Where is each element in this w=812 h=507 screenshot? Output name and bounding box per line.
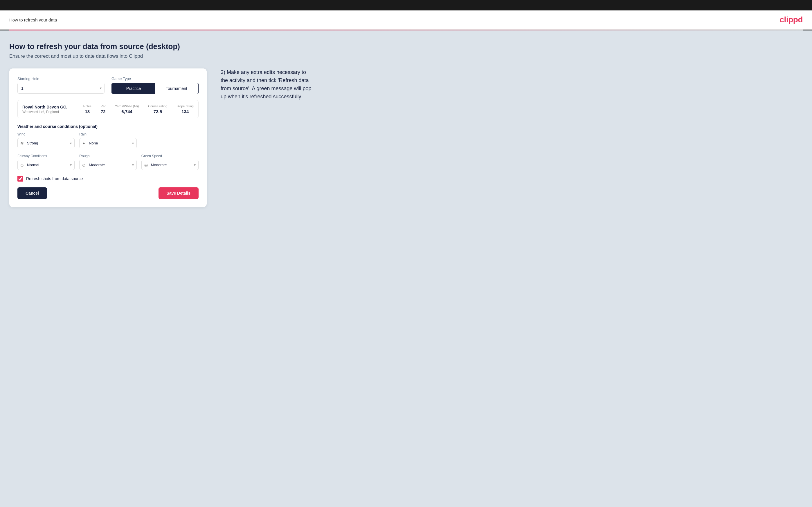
- green-speed-select-wrapper: ◎ Moderate Slow Fast ▾: [141, 160, 199, 170]
- wind-select[interactable]: Strong Light None: [17, 138, 74, 148]
- green-speed-icon: ◎: [144, 163, 148, 167]
- fairway-select[interactable]: Normal Soft Hard: [17, 160, 74, 170]
- starting-hole-label: Starting Hole: [17, 76, 104, 81]
- yards-label: Yards/White (M)): [115, 104, 139, 108]
- side-note: 3) Make any extra edits necessary to the…: [221, 68, 313, 101]
- rough-select-wrapper: ⊙ Moderate Light Heavy ▾: [79, 160, 137, 170]
- par-value: 72: [101, 109, 106, 114]
- rain-item: Rain ✦ None Light Heavy ▾: [79, 132, 137, 148]
- header-title: How to refresh your data: [9, 17, 57, 22]
- fairway-select-wrapper: ⊙ Normal Soft Hard ▾: [17, 160, 74, 170]
- wind-icon: ≋: [20, 141, 24, 146]
- weather-section-title: Weather and course conditions (optional): [17, 124, 199, 129]
- game-type-label: Game Type: [111, 76, 199, 81]
- stat-par: Par 72: [101, 104, 106, 114]
- rough-icon: ⊙: [82, 163, 86, 167]
- green-speed-item: Green Speed ◎ Moderate Slow Fast ▾: [141, 154, 199, 170]
- stat-yards: Yards/White (M)) 6,744: [115, 104, 139, 114]
- cancel-button[interactable]: Cancel: [17, 187, 47, 199]
- refresh-checkbox-row: Refresh shots from data source: [17, 176, 199, 181]
- holes-label: Holes: [83, 104, 92, 108]
- rough-select[interactable]: Moderate Light Heavy: [79, 160, 137, 170]
- fairway-label: Fairway Conditions: [17, 154, 74, 158]
- page-heading: How to refresh your data from source (de…: [9, 42, 803, 51]
- refresh-checkbox[interactable]: [17, 176, 23, 181]
- main-content: How to refresh your data from source (de…: [0, 31, 812, 503]
- stat-course-rating: Course rating 72.5: [148, 104, 167, 114]
- wind-label: Wind: [17, 132, 74, 136]
- practice-button[interactable]: Practice: [112, 83, 155, 94]
- refresh-label: Refresh shots from data source: [26, 176, 83, 181]
- course-stats: Holes 18 Par 72 Yards/White (M)) 6,744: [83, 104, 194, 114]
- rain-icon: ✦: [82, 141, 86, 146]
- game-type-toggle: Practice Tournament: [111, 83, 199, 94]
- rain-select-wrapper: ✦ None Light Heavy ▾: [79, 138, 137, 148]
- course-info: Royal North Devon GC, Westward Ho!, Engl…: [22, 105, 83, 114]
- top-bar: [0, 0, 812, 10]
- footer: Copyright Clippd 2022: [0, 503, 812, 507]
- content-layout: Starting Hole 1 10 ▾ Game Type Practice …: [9, 68, 803, 207]
- course-location: Westward Ho!, England: [22, 110, 83, 114]
- course-table: Royal North Devon GC, Westward Ho!, Engl…: [17, 100, 199, 118]
- par-label: Par: [101, 104, 106, 108]
- save-details-button[interactable]: Save Details: [158, 187, 199, 199]
- course-rating-value: 72.5: [154, 109, 162, 114]
- course-row: Royal North Devon GC, Westward Ho!, Engl…: [18, 100, 198, 118]
- slope-rating-label: Slope rating: [176, 104, 194, 108]
- wind-item: Wind ≋ Strong Light None ▾: [17, 132, 74, 148]
- rough-item: Rough ⊙ Moderate Light Heavy ▾: [79, 154, 137, 170]
- conditions-row-2: Fairway Conditions ⊙ Normal Soft Hard ▾ …: [17, 154, 199, 170]
- starting-hole-select[interactable]: 1 10: [17, 83, 104, 94]
- fairway-item: Fairway Conditions ⊙ Normal Soft Hard ▾: [17, 154, 74, 170]
- rough-label: Rough: [79, 154, 137, 158]
- course-rating-label: Course rating: [148, 104, 167, 108]
- side-note-text: 3) Make any extra edits necessary to the…: [221, 68, 313, 101]
- wind-select-wrapper: ≋ Strong Light None ▾: [17, 138, 74, 148]
- page-subheading: Ensure the correct and most up to date d…: [9, 53, 803, 59]
- rain-select[interactable]: None Light Heavy: [79, 138, 137, 148]
- stat-slope-rating: Slope rating 134: [176, 104, 194, 114]
- course-name: Royal North Devon GC,: [22, 105, 83, 109]
- starting-hole-group: Starting Hole 1 10 ▾: [17, 76, 104, 94]
- form-row-top: Starting Hole 1 10 ▾ Game Type Practice …: [17, 76, 199, 94]
- form-card: Starting Hole 1 10 ▾ Game Type Practice …: [9, 68, 207, 207]
- fairway-icon: ⊙: [20, 163, 24, 167]
- button-row: Cancel Save Details: [17, 187, 199, 199]
- game-type-group: Game Type Practice Tournament: [111, 76, 199, 94]
- stat-holes: Holes 18: [83, 104, 92, 114]
- starting-hole-wrapper: 1 10 ▾: [17, 83, 104, 94]
- wind-rain-row: Wind ≋ Strong Light None ▾ Rain ✦: [17, 132, 199, 148]
- rain-label: Rain: [79, 132, 137, 136]
- header: How to refresh your data clippd: [0, 10, 812, 30]
- yards-value: 6,744: [121, 109, 133, 114]
- green-speed-select[interactable]: Moderate Slow Fast: [141, 160, 199, 170]
- green-speed-label: Green Speed: [141, 154, 199, 158]
- logo: clippd: [780, 15, 803, 24]
- tournament-button[interactable]: Tournament: [155, 83, 198, 94]
- holes-value: 18: [85, 109, 90, 114]
- slope-rating-value: 134: [182, 109, 189, 114]
